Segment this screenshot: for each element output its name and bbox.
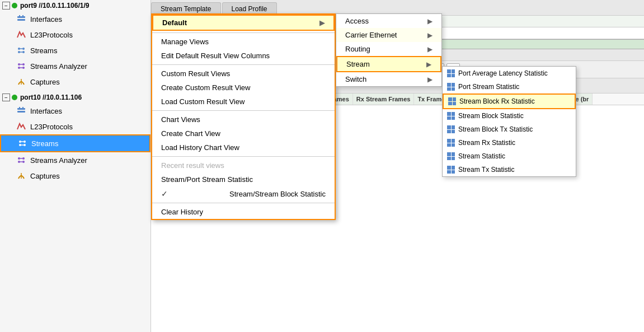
sep-1	[152, 64, 335, 65]
menu-manage-views[interactable]: Manage Views	[152, 35, 335, 49]
svg-rect-20	[22, 107, 23, 108]
sidebar-item-l23-1-label: L23Protocols	[30, 31, 73, 39]
sidebar-item-interfaces-1[interactable]: Interfaces	[0, 11, 151, 27]
svg-point-23	[19, 144, 21, 146]
streamsanalyzer-icon-1	[16, 60, 27, 72]
sidebar-item-interfaces-2[interactable]: Interfaces	[0, 103, 151, 119]
stream-result-port-stream-stat[interactable]: Port Stream Statistic	[443, 80, 576, 93]
default-menu-arrow: ▶	[319, 19, 325, 27]
menu-recent-label: Recent result views	[152, 158, 335, 172]
sidebar-item-l23-1[interactable]: L23Protocols	[0, 27, 151, 43]
streams-icon-1	[16, 45, 27, 56]
grid-icon-7	[447, 152, 455, 160]
sep-4	[152, 203, 335, 203]
stream-result-port-avg-latency[interactable]: Port Average Latency Statistic	[443, 67, 576, 80]
menu-access[interactable]: Access ▶	[336, 14, 441, 28]
interfaces-icon-1	[16, 13, 27, 25]
menu-load-history[interactable]: Load History Chart View	[152, 141, 335, 155]
checkmark-icon: ✓	[161, 189, 168, 198]
stream-result-block-stat[interactable]: Stream Block Statistic	[443, 109, 576, 123]
port9-node[interactable]: − port9 //10.0.11.106/1/9	[0, 0, 151, 11]
stream-result-stat[interactable]: Stream Statistic	[443, 149, 576, 163]
port10-node[interactable]: − port10 //10.0.11.106	[0, 92, 151, 103]
sidebar-item-streamsanalyzer-2-label: Streams Analyzer	[30, 156, 87, 165]
stream-result-rx-stat[interactable]: Stream Rx Statistic	[443, 136, 576, 149]
menu-chart-views[interactable]: Chart Views	[152, 113, 335, 127]
sidebar-item-streamsanalyzer-1-label: Streams Analyzer	[30, 62, 87, 71]
sep-2	[152, 110, 335, 111]
sidebar-item-captures-1-label: Captures	[30, 78, 60, 86]
svg-point-11	[22, 63, 25, 66]
menu-stream-row[interactable]: Stream ▶	[336, 56, 441, 72]
menu-port-stream[interactable]: Stream/Port Stream Statistic	[152, 172, 335, 186]
port10-collapse-icon[interactable]: −	[2, 93, 10, 101]
port9-collapse-icon[interactable]: −	[2, 2, 10, 10]
svg-rect-18	[17, 111, 25, 113]
sidebar-item-streams-1[interactable]: Streams	[0, 43, 151, 58]
l23-icon-2	[16, 121, 27, 132]
grid-icon-8	[447, 166, 455, 174]
grid-icon-2	[447, 83, 455, 91]
svg-point-22	[23, 141, 26, 143]
svg-rect-17	[17, 108, 25, 110]
svg-point-29	[18, 161, 20, 163]
sidebar-item-captures-2[interactable]: Captures	[0, 168, 151, 184]
sidebar-item-l23-2[interactable]: L23Protocols	[0, 119, 151, 134]
svg-point-30	[22, 161, 25, 163]
sidebar-item-captures-1[interactable]: Captures	[0, 74, 151, 90]
l23-icon-1	[16, 29, 27, 40]
stream-result-block-tx[interactable]: Stream Block Tx Statistic	[443, 123, 576, 136]
sidebar-item-streamsanalyzer-2[interactable]: Streams Analyzer	[0, 152, 151, 168]
svg-point-5	[22, 48, 25, 50]
default-menu-header[interactable]: Default ▶	[152, 15, 335, 31]
svg-point-21	[19, 141, 21, 143]
sep-0	[152, 32, 335, 33]
switch-arrow: ▶	[427, 76, 433, 83]
sep-3	[152, 156, 335, 157]
port9-status-dot	[12, 3, 17, 8]
streams-icon-2	[17, 138, 28, 149]
menu-custom-result-views[interactable]: Custom Result Views	[152, 67, 335, 81]
stream-result-block-rx[interactable]: Stream Block Rx Statistic	[443, 93, 576, 109]
col-rx-stream-frames: Rx Stream Frames	[353, 93, 415, 105]
svg-point-6	[18, 51, 20, 53]
menu-edit-default[interactable]: Edit Default Result View Columns	[152, 49, 335, 63]
sidebar-item-captures-2-label: Captures	[30, 172, 60, 180]
grid-icon-3	[448, 97, 456, 105]
menu-routing[interactable]: Routing ▶	[336, 42, 441, 56]
access-submenu: Access ▶ Carrier Ethernet ▶ Routing ▶ St…	[336, 13, 442, 87]
svg-point-28	[22, 157, 25, 160]
svg-point-27	[18, 157, 20, 160]
svg-point-12	[18, 67, 20, 69]
menu-switch[interactable]: Switch ▶	[336, 72, 441, 86]
sidebar-item-interfaces-1-label: Interfaces	[30, 15, 62, 24]
sidebar: − port9 //10.0.11.106/1/9 Interfaces L23…	[0, 0, 151, 332]
svg-rect-1	[17, 19, 25, 21]
default-menu: Default ▶ Manage Views Edit Default Resu…	[151, 13, 336, 220]
access-arrow: ▶	[427, 17, 433, 25]
grid-icon-5	[447, 125, 455, 133]
sidebar-item-interfaces-2-label: Interfaces	[30, 107, 62, 115]
menu-load-custom[interactable]: Load Custom Result View	[152, 95, 335, 109]
svg-point-24	[23, 144, 26, 146]
sidebar-item-l23-2-label: L23Protocols	[30, 123, 73, 131]
menu-create-custom[interactable]: Create Custom Result View	[152, 81, 335, 95]
sidebar-item-streams-2[interactable]: Streams	[0, 134, 151, 152]
svg-point-13	[22, 67, 25, 69]
captures-icon-2	[16, 170, 27, 181]
port9-label: port9 //10.0.11.106/1/9	[20, 2, 89, 10]
sidebar-item-streamsanalyzer-1[interactable]: Streams Analyzer	[0, 58, 151, 74]
stream-result-tx-stat[interactable]: Stream Tx Statistic	[443, 163, 576, 176]
stream-arrow: ▶	[426, 60, 431, 68]
stream-results-submenu: Port Average Latency Statistic Port Stre…	[442, 66, 576, 177]
grid-icon-1	[447, 69, 455, 77]
svg-point-10	[18, 63, 20, 66]
grid-icon-4	[447, 112, 455, 120]
svg-rect-19	[19, 107, 20, 108]
menu-carrier-ethernet[interactable]: Carrier Ethernet ▶	[336, 28, 441, 42]
menu-stream-block[interactable]: ✓ Stream/Stream Block Statistic	[152, 186, 335, 201]
svg-point-4	[18, 48, 20, 50]
svg-rect-2	[19, 15, 20, 16]
menu-clear-history[interactable]: Clear History	[152, 205, 335, 219]
menu-create-chart[interactable]: Create Chart View	[152, 127, 335, 141]
